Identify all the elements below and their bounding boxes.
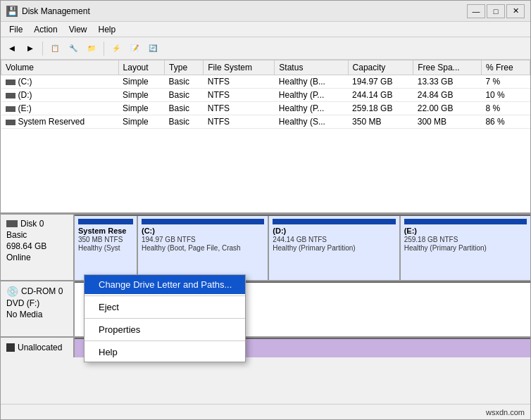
partition-e-health: Healthy (Primary Partition) (404, 244, 527, 252)
cell-percent-3: 86 % (481, 115, 530, 129)
context-menu-item-help[interactable]: Help (85, 343, 245, 362)
cell-type-3: Basic (165, 115, 204, 129)
cell-type-2: Basic (165, 102, 204, 115)
cell-free-2: 22.00 GB (413, 102, 482, 115)
cell-percent-2: 8 % (481, 102, 530, 115)
partition-sysres-name: System Rese (78, 227, 133, 235)
context-menu-separator-3 (85, 341, 245, 341)
partition-sysres-size: 350 MB NTFS (78, 236, 133, 243)
main-content: Volume Layout Type File System Status Ca… (1, 60, 530, 404)
menu-file[interactable]: File (4, 23, 28, 36)
volume-table-section: Volume Layout Type File System Status Ca… (1, 60, 530, 215)
context-menu-separator (85, 295, 245, 296)
col-capacity[interactable]: Capacity (348, 61, 413, 75)
close-button[interactable]: ✕ (506, 4, 525, 18)
cell-filesystem-3: NTFS (204, 115, 275, 129)
col-percent[interactable]: % Free (481, 61, 530, 75)
table-row[interactable]: (D:) Simple Basic NTFS Healthy (P... 244… (1, 89, 530, 102)
col-type[interactable]: Type (165, 61, 204, 75)
cell-free-0: 13.33 GB (413, 75, 482, 89)
col-layout[interactable]: Layout (118, 61, 164, 75)
partition-system-reserved[interactable]: System Rese 350 MB NTFS Healthy (Syst (75, 216, 138, 280)
disk0-drive-icon (6, 220, 18, 227)
col-free[interactable]: Free Spa... (413, 61, 482, 75)
cell-volume-3: System Reserved (1, 115, 119, 129)
cell-status-2: Healthy (P... (275, 102, 348, 115)
help-button[interactable]: 🔧 (65, 40, 82, 57)
col-volume[interactable]: Volume (1, 61, 119, 75)
maximize-button[interactable]: □ (487, 4, 505, 18)
menu-action[interactable]: Action (28, 23, 63, 36)
partition-c-health: Healthy (Boot, Page File, Crash (142, 244, 264, 252)
cell-status-0: Healthy (B... (275, 75, 348, 89)
disk0-partitions: System Rese 350 MB NTFS Healthy (Syst (C… (75, 215, 530, 280)
partition-e[interactable]: (E:) 259.18 GB NTFS Healthy (Primary Par… (401, 216, 530, 280)
cell-free-3: 300 MB (413, 115, 482, 129)
edit-button[interactable]: 📝 (126, 40, 143, 57)
table-row[interactable]: System Reserved Simple Basic NTFS Health… (1, 115, 530, 129)
col-status[interactable]: Status (275, 61, 348, 75)
cell-percent-1: 10 % (481, 89, 530, 102)
col-filesystem[interactable]: File System (204, 61, 275, 75)
cell-filesystem-0: NTFS (204, 75, 275, 89)
partition-sysres-health: Healthy (Syst (78, 244, 133, 252)
refresh-button[interactable]: ⚡ (108, 40, 125, 57)
menu-view[interactable]: View (63, 23, 93, 36)
table-row[interactable]: (E:) Simple Basic NTFS Healthy (P... 259… (1, 102, 530, 115)
partition-c[interactable]: (C:) 194.97 GB NTFS Healthy (Boot, Page … (138, 216, 269, 280)
cdrom-icon: 💿 (6, 286, 18, 297)
cell-volume-1: (D:) (1, 89, 119, 102)
cell-free-1: 24.84 GB (413, 89, 482, 102)
partition-e-size: 259.18 GB NTFS (404, 236, 527, 243)
main-window: 💾 Disk Management — □ ✕ File Action View… (0, 0, 531, 420)
partition-d-bar (273, 219, 395, 224)
cell-status-3: Healthy (S... (275, 115, 348, 129)
table-row[interactable]: (C:) Simple Basic NTFS Healthy (B... 194… (1, 75, 530, 89)
folder-button[interactable]: 📁 (83, 40, 100, 57)
cell-type-0: Basic (165, 75, 204, 89)
window-title: Disk Management (22, 6, 467, 16)
partition-d-size: 244.14 GB NTFS (273, 236, 395, 243)
cell-status-1: Healthy (P... (275, 89, 348, 102)
cdrom-type: DVD (F:) (6, 298, 68, 308)
disk0-size: 698.64 GB (6, 241, 68, 251)
disk0-row: Disk 0 Basic 698.64 GB Online System Res… (1, 215, 530, 281)
partition-d[interactable]: (D:) 244.14 GB NTFS Healthy (Primary Par… (269, 216, 400, 280)
partition-e-name: (E:) (404, 227, 527, 235)
partition-d-name: (D:) (273, 227, 395, 235)
toolbar-separator-1 (42, 42, 43, 56)
cell-volume-0: (C:) (1, 75, 119, 89)
cell-capacity-0: 194.97 GB (348, 75, 413, 89)
partition-d-health: Healthy (Primary Partition) (273, 244, 395, 252)
window-controls: — □ ✕ (467, 4, 525, 18)
context-menu-item-properties[interactable]: Properties (85, 320, 245, 339)
back-button[interactable]: ◄ (4, 40, 20, 57)
toolbar-separator-2 (104, 42, 104, 56)
cell-capacity-1: 244.14 GB (348, 89, 413, 102)
disk0-type: Basic (6, 230, 68, 240)
partition-c-size: 194.97 GB NTFS (142, 236, 264, 243)
properties-button[interactable]: 📋 (46, 40, 63, 57)
cell-capacity-3: 350 MB (348, 115, 413, 129)
partition-c-bar (142, 219, 264, 224)
context-menu: Change Drive Letter and Paths... Eject P… (84, 274, 246, 362)
title-bar: 💾 Disk Management — □ ✕ (1, 1, 530, 22)
menu-help[interactable]: Help (93, 23, 122, 36)
cdrom-label: 💿 CD-ROM 0 DVD (F:) No Media (1, 281, 75, 336)
cell-layout-0: Simple (118, 75, 164, 89)
context-menu-item-change-drive[interactable]: Change Drive Letter and Paths... (85, 275, 245, 294)
minimize-button[interactable]: — (467, 4, 485, 18)
disk0-label: Disk 0 Basic 698.64 GB Online (1, 215, 75, 280)
app-icon: 💾 (6, 6, 18, 17)
forward-button[interactable]: ► (22, 40, 39, 57)
volume-table: Volume Layout Type File System Status Ca… (1, 60, 530, 129)
cell-layout-3: Simple (118, 115, 164, 129)
context-menu-item-eject[interactable]: Eject (85, 298, 245, 317)
rescan-button[interactable]: 🔄 (144, 40, 161, 57)
cell-filesystem-2: NTFS (204, 102, 275, 115)
status-bar: wsxdn.com (1, 404, 530, 419)
context-menu-separator-2 (85, 318, 245, 319)
disk-section: Disk 0 Basic 698.64 GB Online System Res… (1, 215, 530, 404)
unallocated-row: Unallocated (1, 338, 530, 357)
cell-layout-2: Simple (118, 102, 164, 115)
